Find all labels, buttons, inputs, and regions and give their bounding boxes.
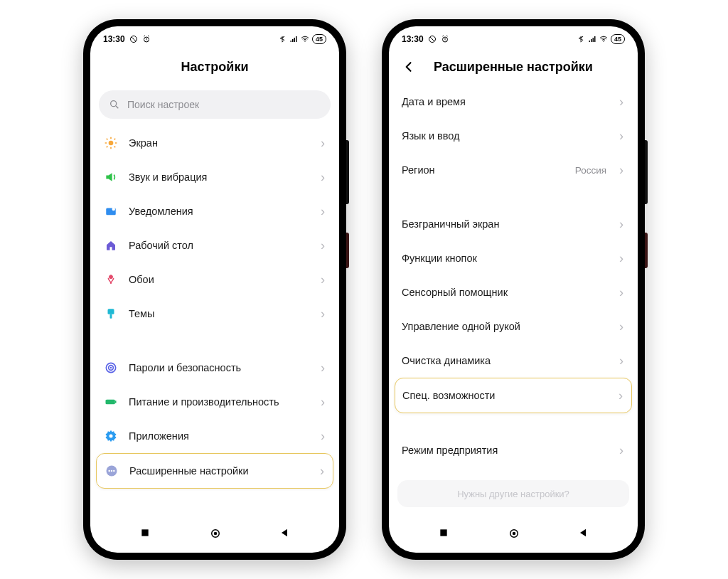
alarm-icon — [441, 35, 449, 43]
status-left: 13:30 — [103, 34, 151, 44]
nav-recent[interactable] — [438, 527, 449, 538]
svg-point-3 — [304, 41, 306, 42]
row-passwords[interactable]: Пароли и безопасность › — [96, 351, 333, 385]
row-value: Россия — [575, 165, 606, 176]
dots-icon — [104, 463, 119, 479]
row-power[interactable]: Питание и производительность › — [96, 385, 333, 419]
nav-home[interactable] — [209, 527, 220, 538]
chevron-right-icon: › — [321, 273, 325, 286]
flower-icon — [103, 272, 119, 287]
row-notifications[interactable]: Уведомления › — [96, 194, 333, 228]
svg-point-28 — [111, 470, 113, 472]
row-accessibility[interactable]: Спец. возможности › — [395, 378, 632, 413]
phone-right: 13:30 — [382, 19, 645, 560]
page-title: Настройки — [181, 60, 249, 75]
row-label: Пароли и безопасность — [129, 362, 311, 373]
row-themes[interactable]: Темы › — [96, 297, 333, 331]
row-label: Сенсорный помощник — [402, 287, 609, 298]
row-label: Регион — [402, 164, 565, 176]
row-advanced[interactable]: Расширенные настройки › — [96, 453, 333, 489]
chevron-right-icon: › — [320, 464, 324, 477]
svg-point-29 — [113, 470, 115, 472]
row-label: Обои — [129, 274, 311, 285]
row-fullscreen[interactable]: Безграничный экран › — [395, 207, 632, 241]
chevron-right-icon: › — [619, 252, 623, 265]
row-touch-assist[interactable]: Сенсорный помощник › — [395, 275, 632, 309]
row-onehand[interactable]: Управление одной рукой › — [395, 309, 632, 344]
section-gap — [395, 187, 632, 207]
nav-back[interactable] — [577, 527, 589, 538]
chevron-right-icon: › — [619, 444, 623, 457]
status-right: 45 — [278, 34, 326, 44]
svg-rect-37 — [440, 529, 446, 536]
row-screen[interactable]: Экран › — [96, 126, 333, 160]
back-button[interactable] — [399, 57, 419, 77]
row-label: Темы — [129, 308, 311, 319]
battery-icon — [103, 394, 119, 410]
chevron-right-icon: › — [321, 307, 325, 320]
row-label: Режим предприятия — [402, 445, 609, 456]
row-desktop[interactable]: Рабочий стол › — [96, 228, 333, 262]
row-lang[interactable]: Язык и ввод › — [395, 119, 632, 153]
row-label: Уведомления — [129, 206, 311, 217]
svg-point-16 — [112, 208, 116, 211]
wifi-icon — [599, 35, 608, 43]
row-buttons[interactable]: Функции кнопок › — [395, 241, 632, 275]
row-sound[interactable]: Звук и вибрация › — [96, 160, 333, 194]
row-enterprise[interactable]: Режим предприятия › — [395, 433, 632, 467]
chevron-right-icon: › — [619, 218, 623, 230]
chevron-right-icon: › — [619, 354, 623, 367]
folder-icon — [103, 203, 119, 219]
status-bar: 13:30 — [90, 26, 339, 49]
svg-point-25 — [109, 435, 113, 438]
row-speaker-clean[interactable]: Очистка динамика › — [395, 344, 632, 378]
svg-rect-22 — [106, 400, 115, 405]
chevron-right-icon: › — [619, 320, 623, 333]
row-apps[interactable]: Приложения › — [96, 419, 333, 453]
status-right: 45 — [577, 34, 625, 44]
svg-rect-23 — [115, 400, 117, 403]
chevron-right-icon: › — [321, 239, 325, 252]
power-button[interactable] — [645, 233, 648, 268]
status-bar: 13:30 — [389, 26, 638, 49]
screen-right: 13:30 — [389, 26, 638, 553]
row-wallpaper[interactable]: Обои › — [96, 262, 333, 297]
screen-left: 13:30 — [90, 26, 339, 553]
row-label: Управление одной рукой — [402, 321, 609, 332]
chevron-right-icon: › — [619, 286, 623, 299]
svg-line-11 — [107, 139, 108, 140]
row-label: Спец. возможности — [402, 390, 609, 401]
search-box[interactable]: Поиск настроек — [99, 90, 331, 119]
svg-line-13 — [107, 147, 108, 148]
bluetooth-icon — [577, 35, 585, 43]
nav-back[interactable] — [279, 527, 290, 538]
svg-point-39 — [513, 532, 516, 536]
svg-line-14 — [114, 139, 116, 140]
row-date[interactable]: Дата и время › — [395, 85, 632, 119]
volume-button[interactable] — [645, 140, 648, 204]
row-label: Рабочий стол — [129, 240, 311, 251]
power-button[interactable] — [346, 233, 349, 268]
signal-icon — [289, 35, 298, 43]
row-region[interactable]: Регион Россия › — [395, 153, 632, 187]
nav-recent[interactable] — [139, 527, 151, 538]
home-icon — [103, 238, 119, 253]
svg-line-12 — [114, 147, 116, 148]
svg-rect-17 — [108, 309, 114, 314]
svg-line-5 — [116, 106, 118, 108]
chevron-right-icon: › — [321, 395, 325, 408]
sun-icon — [103, 135, 119, 151]
chevron-right-icon: › — [619, 389, 623, 402]
svg-line-34 — [430, 37, 434, 41]
svg-point-4 — [111, 101, 117, 107]
volume-button[interactable] — [346, 140, 349, 204]
row-label: Язык и ввод — [402, 130, 609, 142]
row-label: Расширенные настройки — [129, 465, 310, 477]
battery-indicator: 45 — [611, 34, 625, 44]
more-settings-hint[interactable]: Нужны другие настройки? — [397, 480, 629, 507]
nav-home[interactable] — [508, 527, 519, 538]
page-title: Расширенные настройки — [434, 60, 593, 75]
row-label: Очистка динамика — [402, 355, 609, 366]
status-time: 13:30 — [402, 34, 424, 44]
status-time: 13:30 — [103, 34, 125, 44]
